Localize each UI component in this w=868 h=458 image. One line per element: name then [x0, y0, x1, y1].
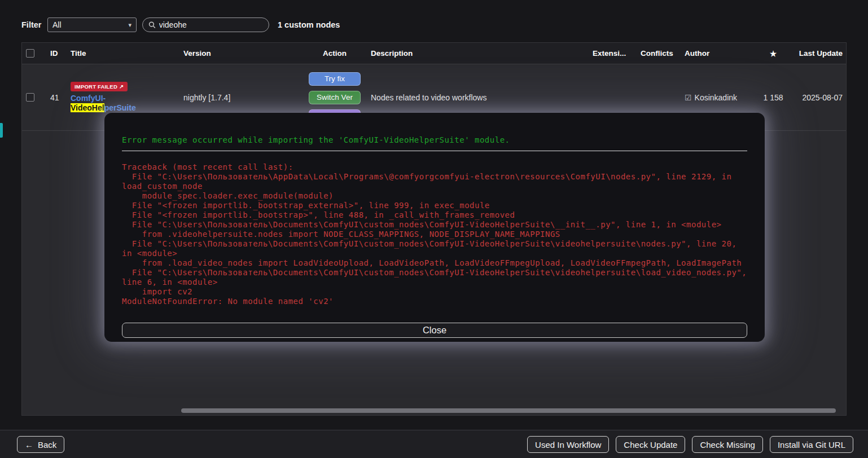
search-icon — [148, 21, 156, 29]
table-header: ID Title Version Action Description Exte… — [22, 43, 846, 64]
footer-toolbar: ← Back Used In Workflow Check Update Che… — [0, 430, 868, 458]
install-via-git-url-button[interactable]: Install via Git URL — [770, 436, 853, 453]
traceback-text: Traceback (most recent call last): File … — [122, 162, 747, 306]
footer-actions: Used In Workflow Check Update Check Miss… — [527, 436, 853, 453]
badge-label: IMPORT FAILED — [74, 83, 117, 90]
check-missing-button[interactable]: Check Missing — [692, 436, 763, 453]
header-extension[interactable]: Extensi... — [588, 49, 636, 58]
row-stars: 1 158 — [759, 93, 787, 102]
header-star[interactable]: ★ — [759, 49, 787, 58]
header-action[interactable]: Action — [303, 49, 366, 58]
back-button[interactable]: ← Back — [17, 436, 64, 453]
import-failed-badge[interactable]: IMPORT FAILED ↗ — [71, 82, 128, 91]
check-update-button[interactable]: Check Update — [616, 436, 685, 453]
header-last-update[interactable]: Last Update — [787, 49, 846, 58]
title-search-match: VideoHel — [71, 103, 104, 112]
header-author[interactable]: Author — [680, 49, 759, 58]
row-last-update: 2025-08-07 — [787, 93, 846, 102]
filter-label: Filter — [21, 20, 41, 29]
header-version[interactable]: Version — [183, 49, 303, 58]
external-link-icon: ↗ — [119, 83, 124, 90]
row-version: nightly [1.7.4] — [183, 93, 303, 102]
chevron-down-icon: ▾ — [128, 21, 131, 29]
import-error-dialog: Error message occurred while importing t… — [104, 113, 765, 342]
close-button[interactable]: Close — [122, 323, 747, 338]
header-title[interactable]: Title — [71, 49, 183, 58]
back-arrow-icon: ← — [25, 440, 33, 450]
header-description[interactable]: Description — [366, 49, 588, 58]
filter-select-value: All — [52, 20, 62, 29]
filter-toolbar: Filter All ▾ 1 custom nodes — [0, 0, 868, 42]
row-author: Kosinkadink — [695, 93, 738, 102]
row-description: Nodes related to video workflows — [366, 93, 588, 102]
select-all-checkbox[interactable] — [26, 49, 34, 58]
error-message-title: Error message occurred while importing t… — [122, 135, 747, 144]
horizontal-scrollbar[interactable] — [181, 408, 836, 413]
row-id: 41 — [48, 93, 71, 102]
result-count: 1 custom nodes — [278, 20, 340, 29]
used-in-workflow-button[interactable]: Used In Workflow — [527, 436, 609, 453]
divider — [122, 151, 747, 151]
search-input[interactable] — [159, 20, 263, 29]
search-box[interactable] — [142, 17, 269, 32]
row-checkbox[interactable] — [26, 93, 34, 102]
try-fix-button[interactable]: Try fix — [309, 72, 361, 86]
side-panel-tab[interactable] — [0, 123, 3, 138]
title-prefix: ComfyUI- — [71, 94, 106, 103]
author-verified-checkbox-icon: ☑ — [685, 93, 692, 102]
back-label: Back — [38, 440, 56, 450]
switch-version-button[interactable]: Switch Ver — [309, 91, 361, 104]
node-title-link[interactable]: ComfyUI- VideoHelperSuite — [71, 94, 136, 113]
title-suffix: perSuite — [104, 103, 136, 112]
header-conflicts[interactable]: Conflicts — [636, 49, 680, 58]
filter-select[interactable]: All ▾ — [47, 17, 137, 32]
header-id[interactable]: ID — [48, 49, 71, 58]
